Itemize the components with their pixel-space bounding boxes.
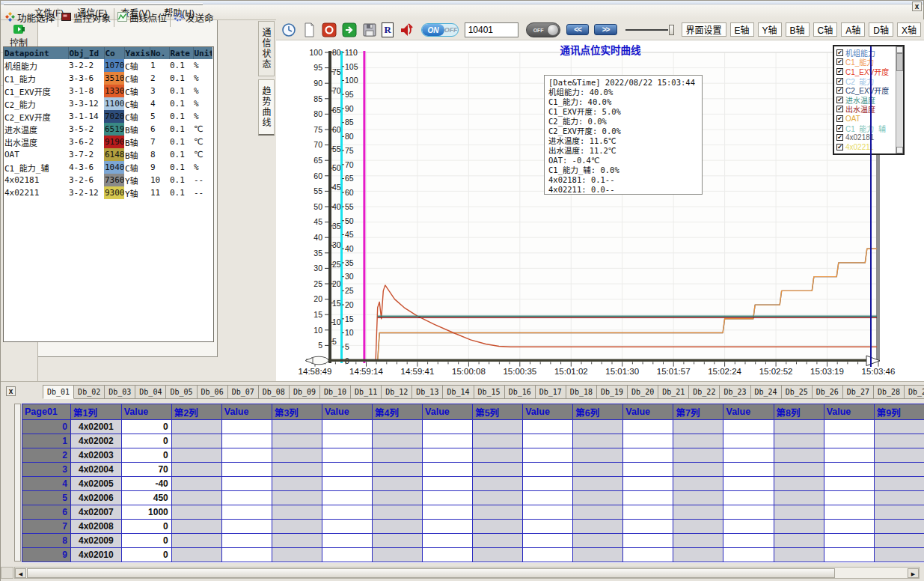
register-empty-cell[interactable] (573, 491, 623, 505)
register-empty-cell[interactable] (272, 420, 322, 434)
row-index-cell[interactable]: 1 (22, 434, 71, 448)
datapoint-row[interactable]: C1_EXV开度3-1-81330C轴30.1% (4, 85, 212, 97)
register-empty-cell[interactable] (523, 534, 573, 548)
panel-gripper[interactable] (4, 3, 203, 5)
register-empty-cell[interactable] (673, 534, 723, 548)
register-empty-cell[interactable] (473, 520, 523, 534)
panel-tab-3[interactable]: 发送命 (171, 8, 215, 27)
register-address-cell[interactable]: 4x02009 (71, 534, 122, 548)
dp-col-header[interactable]: Yaxis (124, 47, 150, 59)
register-empty-cell[interactable] (221, 477, 272, 491)
db-tab-Db_12[interactable]: Db_12 (382, 385, 412, 399)
legend-item-1[interactable]: ✔C1_能力 (836, 58, 895, 67)
register-empty-cell[interactable] (373, 448, 423, 463)
register-empty-cell[interactable] (272, 477, 322, 491)
register-empty-cell[interactable] (373, 534, 423, 548)
panel-tab-0[interactable]: 功能选择 (2, 8, 58, 27)
db-tab-Db_05[interactable]: Db_05 (166, 385, 197, 399)
legend-checkbox[interactable]: ✔ (836, 49, 843, 56)
legend-item-0[interactable]: ✔机组能力 (836, 48, 895, 58)
register-empty-cell[interactable] (272, 463, 322, 477)
row-index-cell[interactable]: 4 (22, 477, 71, 491)
axis-button-E轴[interactable]: E轴 (730, 22, 754, 37)
dp-col-header[interactable]: Rate (169, 47, 193, 59)
row-index-cell[interactable]: 3 (22, 463, 71, 477)
db-tab-Db_20[interactable]: Db_20 (628, 385, 658, 399)
db-tab-Db_27[interactable]: Db_27 (843, 385, 874, 399)
register-empty-cell[interactable] (322, 477, 372, 491)
register-empty-cell[interactable] (423, 477, 473, 491)
register-col-header[interactable]: 第1列 (71, 404, 122, 420)
register-empty-cell[interactable] (272, 520, 322, 534)
register-col-header[interactable]: 第2列 (171, 404, 221, 420)
legend-item-8[interactable]: ✔C1_能力_辅 (836, 124, 895, 133)
register-empty-cell[interactable] (171, 448, 221, 463)
register-row[interactable]: 84x020090 (22, 534, 924, 548)
register-value-cell[interactable]: -40 (121, 477, 171, 491)
r-button[interactable]: R (382, 22, 394, 37)
slider-handle[interactable] (669, 25, 674, 35)
register-address-cell[interactable]: 4x02008 (71, 520, 122, 534)
register-address-cell[interactable]: 4x02005 (71, 477, 122, 491)
register-col-header[interactable]: Value (121, 404, 171, 420)
datapoint-row[interactable]: C1_能力3-3-63510C轴20.1% (4, 72, 212, 85)
db-tab-Db_11[interactable]: Db_11 (351, 385, 382, 399)
register-empty-cell[interactable] (573, 434, 623, 448)
register-empty-cell[interactable] (272, 434, 322, 448)
db-tab-Db_06[interactable]: Db_06 (198, 385, 228, 399)
register-empty-cell[interactable] (723, 505, 774, 520)
register-empty-cell[interactable] (473, 420, 523, 434)
register-empty-cell[interactable] (874, 448, 924, 463)
register-empty-cell[interactable] (523, 434, 573, 448)
register-empty-cell[interactable] (573, 448, 623, 463)
register-empty-cell[interactable] (373, 477, 423, 491)
register-empty-cell[interactable] (423, 534, 473, 548)
legend-checkbox[interactable]: ✔ (836, 134, 843, 141)
datapoint-row[interactable]: 进水温度3-5-26519B轴60.1℃ (4, 123, 212, 136)
register-col-header[interactable]: Value (322, 404, 372, 420)
register-empty-cell[interactable] (573, 477, 623, 491)
register-row[interactable]: 54x02006450 (22, 491, 924, 505)
register-empty-cell[interactable] (322, 420, 372, 434)
db-tab-Db_21[interactable]: Db_21 (658, 385, 689, 399)
register-empty-cell[interactable] (523, 420, 573, 434)
register-empty-cell[interactable] (373, 463, 423, 477)
register-empty-cell[interactable] (272, 505, 322, 520)
register-address-cell[interactable]: 4x02007 (71, 505, 122, 520)
legend-scroll-up[interactable] (896, 46, 903, 53)
db-tab-Db_03[interactable]: Db_03 (105, 385, 135, 399)
register-empty-cell[interactable] (774, 463, 824, 477)
bottom-scrollbar-thumb[interactable] (27, 568, 835, 578)
register-empty-cell[interactable] (774, 491, 824, 505)
register-empty-cell[interactable] (171, 505, 221, 520)
legend-item-6[interactable]: ✔出水温度 (836, 105, 895, 115)
panel-tab-1[interactable]: 监控对象 (58, 8, 114, 27)
register-empty-cell[interactable] (623, 477, 673, 491)
legend-checkbox[interactable]: ✔ (836, 87, 843, 94)
register-value-cell[interactable]: 0 (121, 520, 171, 534)
datapoint-row[interactable]: C2_EXV开度3-1-147020C轴50.1% (4, 110, 212, 123)
legend-item-4[interactable]: ✔C2_EXV开度 (836, 85, 895, 95)
db-tab-Db_19[interactable]: Db_19 (597, 385, 628, 399)
register-empty-cell[interactable] (774, 448, 824, 463)
register-value-cell[interactable]: 0 (121, 420, 171, 434)
register-empty-cell[interactable] (824, 491, 874, 505)
time-cursor[interactable] (870, 46, 872, 367)
register-value-cell[interactable]: 450 (121, 491, 171, 505)
row-index-cell[interactable]: 8 (22, 534, 71, 548)
register-col-header[interactable]: Value (824, 404, 874, 420)
row-index-cell[interactable]: 2 (22, 448, 71, 463)
register-empty-cell[interactable] (774, 420, 824, 434)
datapoint-row[interactable]: 4x021813-2-67360Y轴100.1-- (4, 174, 212, 186)
register-col-header[interactable]: 第9列 (874, 404, 924, 420)
register-row[interactable]: 34x0200470 (22, 463, 924, 477)
register-empty-cell[interactable] (623, 534, 673, 548)
register-col-header[interactable]: 第8列 (774, 404, 824, 420)
register-value-cell[interactable]: 1000 (121, 505, 171, 520)
register-empty-cell[interactable] (824, 534, 874, 548)
db-tab-Db_16[interactable]: Db_16 (505, 385, 536, 399)
register-empty-cell[interactable] (473, 463, 523, 477)
datapoint-row[interactable]: C2_能力3-3-121100C轴40.1% (4, 97, 212, 110)
register-empty-cell[interactable] (723, 534, 774, 548)
dp-col-header[interactable]: No. (150, 47, 169, 59)
